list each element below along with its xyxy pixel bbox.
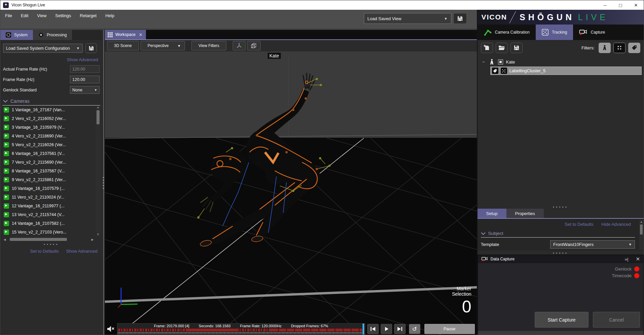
viewport-toolbar: 3D Scene Perspective View Filters — [105, 40, 477, 51]
camera-list-item[interactable]: 3 Vantage_16_2105979 (V... — [2, 123, 95, 132]
menu-item[interactable]: File — [5, 13, 12, 18]
camera-list-item[interactable]: 9 Vero_v2_2_2115861 (Ver... — [2, 175, 95, 184]
tracking-panel: VICON SHŌGUN LIVE Camera Calibration Tra… — [477, 10, 644, 335]
scrollbar-thumb[interactable] — [97, 110, 100, 124]
frame-rate-field[interactable] — [70, 76, 100, 83]
dock-panel-icon[interactable] — [625, 257, 629, 262]
load-saved-view-label: Load Saved View — [368, 16, 402, 21]
camera-list-item[interactable]: 4 Vero_v2_2_2118690 (Ver... — [2, 132, 95, 140]
camera-list-vertical-scrollbar[interactable] — [96, 106, 100, 237]
maximize-button-icon[interactable] — [613, 0, 628, 10]
skip-to-start-button[interactable] — [367, 324, 379, 334]
collapse-icon[interactable] — [482, 59, 486, 65]
tab-tracking[interactable]: Tracking — [536, 25, 573, 40]
pause-button[interactable]: Pause — [424, 324, 475, 334]
close-tab-icon[interactable] — [139, 32, 143, 37]
scroll-down-icon[interactable] — [96, 233, 100, 237]
capture-camera-icon — [481, 256, 488, 262]
scene-type-button[interactable]: 3D Scene — [107, 41, 139, 50]
camera-name: 4 Vero_v2_2_2118690 (Ver... — [12, 134, 66, 138]
timeline-playhead[interactable] — [363, 324, 364, 334]
camera-list-item[interactable]: 13 Vero_v2_2_2115744 (V... — [2, 210, 95, 219]
camera-list-item[interactable]: 7 Vero_v2_2_2115690 (Ver... — [2, 158, 95, 167]
tab-workspace[interactable]: Workspace — [105, 30, 146, 39]
set-to-defaults-link[interactable]: Set to Defaults — [565, 222, 593, 227]
menu-item[interactable]: Retarget — [80, 13, 97, 18]
subject-section-header[interactable]: Subject — [481, 231, 635, 238]
save-system-configuration-button[interactable] — [85, 43, 97, 53]
menu-item[interactable]: Settings — [55, 13, 71, 18]
load-saved-system-configuration-dropdown[interactable]: Load Saved System Configuration — [3, 44, 83, 53]
show-advanced-link[interactable]: Show Advanced — [66, 249, 98, 254]
camera-list-item[interactable]: 10 Vantage_16_2107579 (... — [2, 184, 95, 193]
menu-item[interactable]: View — [37, 13, 46, 18]
loop-button[interactable] — [409, 324, 420, 334]
processing-tab-icon — [38, 32, 44, 38]
template-dropdown[interactable]: FrontWaist10Fingers — [550, 240, 635, 249]
genlock-standard-label: Genlock Standard — [3, 88, 70, 92]
camera-list-horizontal-scrollbar[interactable] — [2, 237, 100, 242]
timeline-track[interactable]: Frame: 20179.000 [4]Seconds: 168.1583Fra… — [117, 323, 365, 335]
genlock-standard-dropdown[interactable]: None — [70, 86, 100, 94]
genlock-standard-row: Genlock Standard None — [0, 85, 102, 95]
scrollbar-thumb[interactable] — [10, 238, 67, 241]
scroll-up-icon[interactable] — [96, 106, 100, 110]
menu-item[interactable]: Edit — [21, 13, 28, 18]
show-advanced-link[interactable]: Show Advanced — [67, 57, 98, 62]
menu-item[interactable]: Help — [105, 13, 114, 18]
view-filters-button[interactable]: View Filters — [191, 41, 226, 50]
tab-properties[interactable]: Properties — [506, 209, 544, 218]
tab-system[interactable]: System — [0, 30, 33, 40]
tab-setup[interactable]: Setup — [478, 209, 506, 218]
camera-list-item[interactable]: 11 Vero_v2_2_2110024 (V... — [2, 193, 95, 202]
set-to-defaults-link[interactable]: Set to Defaults — [30, 249, 59, 254]
cancel-button[interactable]: Cancel — [593, 312, 640, 328]
tree-row-labelling-cluster[interactable]: LabellingCluster_5 — [490, 67, 642, 75]
tab-capture[interactable]: Capture — [573, 25, 611, 40]
camera-list-item[interactable]: 12 Vantage_16_2119977 (... — [2, 202, 95, 210]
capture-buttons: Start Capture Cancel — [478, 312, 643, 331]
scroll-up-icon[interactable] — [639, 220, 643, 224]
hide-advanced-link[interactable]: Hide Advanced — [602, 222, 631, 227]
camera-list-item[interactable]: 14 Vantage_16_2107582 (... — [2, 219, 95, 228]
open-folder-button[interactable] — [496, 43, 508, 53]
new-subject-button[interactable] — [481, 43, 493, 53]
cameras-section-header[interactable]: Cameras — [2, 98, 100, 106]
camera-list-item[interactable]: 5 Vero_v2_2_2116026 (Ver... — [2, 140, 95, 149]
3d-scene-viewport[interactable]: Kate Marker Selection 0 Frame: 20179.000… — [105, 51, 477, 335]
camera-list-item[interactable]: 8 Vantage_16_2107567 (V... — [2, 167, 95, 175]
tab-camera-calibration[interactable]: Camera Calibration — [478, 25, 536, 40]
filter-subjects-button[interactable] — [599, 43, 611, 53]
camera-list-item[interactable]: 6 Vantage_16_2107561 (V... — [2, 149, 95, 158]
load-saved-view-dropdown[interactable]: Load Saved View — [364, 13, 451, 24]
play-button[interactable] — [381, 324, 392, 334]
panel-splitter[interactable]: ●●●●● — [102, 30, 105, 335]
camera-list-item[interactable]: 1 Vantage_16_27167 (Van... — [2, 106, 95, 114]
scroll-left-icon[interactable] — [2, 237, 7, 242]
mute-icon[interactable] — [106, 325, 115, 333]
save-view-button[interactable] — [453, 13, 467, 24]
close-button-icon[interactable] — [628, 0, 644, 10]
setup-vertical-scrollbar[interactable] — [639, 220, 643, 250]
save-subject-button[interactable] — [510, 43, 523, 53]
tab-processing[interactable]: Processing — [33, 30, 72, 40]
horizontal-splitter[interactable] — [478, 251, 644, 255]
horizontal-splitter[interactable] — [0, 242, 102, 246]
tree-row-kate[interactable]: Kate — [478, 57, 644, 66]
axes-toggle-button[interactable] — [233, 41, 245, 50]
cube-view-button[interactable] — [247, 41, 261, 50]
start-capture-button[interactable]: Start Capture — [535, 312, 589, 328]
scrollbar-thumb[interactable] — [640, 224, 643, 235]
filter-markers-button[interactable] — [613, 43, 626, 53]
camera-list-item[interactable]: 2 Vero_v2_2_2116052 (Ver... — [2, 114, 95, 123]
scroll-right-icon[interactable] — [90, 237, 95, 242]
subject-checkbox[interactable] — [498, 59, 503, 65]
minimize-button-icon[interactable] — [597, 0, 613, 10]
horizontal-splitter[interactable] — [478, 205, 644, 209]
filter-props-button[interactable] — [628, 43, 640, 53]
camera-list-item[interactable]: 15 Vero_v2_2_27103 (Vero... — [2, 228, 95, 237]
skip-to-end-button[interactable] — [394, 324, 406, 334]
camera-name: 8 Vantage_16_2107567 (V... — [12, 169, 65, 173]
close-panel-icon[interactable] — [636, 256, 640, 262]
view-mode-dropdown[interactable]: Perspective — [141, 41, 185, 50]
